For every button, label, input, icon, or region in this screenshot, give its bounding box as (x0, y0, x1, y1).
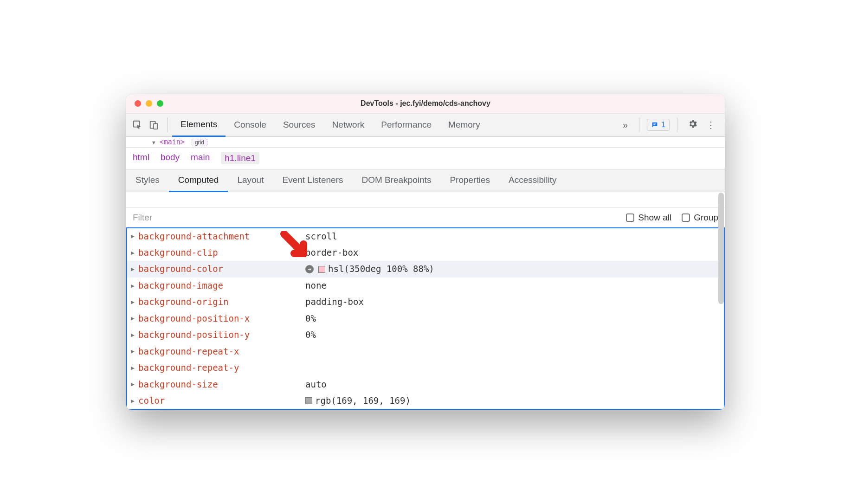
tab-elements[interactable]: Elements (172, 114, 226, 137)
toolbar-right: » 1 ⋮ (619, 116, 722, 134)
property-value: scroll (305, 230, 337, 243)
subtab-styles[interactable]: Styles (126, 169, 169, 192)
property-value-text: border-box (305, 246, 358, 259)
dom-tree-peek[interactable]: ▼ <main> grid (126, 137, 725, 148)
property-value-text: 0% (305, 328, 316, 342)
tab-sources[interactable]: Sources (275, 114, 324, 136)
property-value-text: none (305, 279, 327, 292)
tab-memory[interactable]: Memory (440, 114, 489, 136)
property-value-text: rgb(169, 169, 169) (315, 394, 411, 407)
disclosure-triangle-icon[interactable]: ▶ (131, 363, 138, 373)
minimize-window-button[interactable] (146, 100, 152, 107)
show-all-checkbox[interactable]: Show all (626, 213, 671, 223)
computed-property-row[interactable]: ▶background-sizeauto (127, 376, 724, 393)
property-value: none (305, 279, 327, 292)
subtab-accessibility[interactable]: Accessibility (499, 169, 566, 192)
property-name: color (138, 394, 305, 407)
tab-performance[interactable]: Performance (373, 114, 440, 136)
computed-property-row[interactable]: ▶background-repeat-x (127, 343, 724, 360)
computed-property-row[interactable]: ▶background-attachmentscroll (127, 228, 724, 245)
property-value-text: auto (305, 378, 327, 391)
computed-property-row[interactable]: ▶background-repeat-y (127, 360, 724, 376)
sidebar-tabs: Styles Computed Layout Event Listeners D… (126, 169, 725, 192)
property-value: 0% (305, 328, 316, 342)
tab-console[interactable]: Console (226, 114, 275, 136)
breadcrumb-item[interactable]: html (133, 152, 149, 164)
tab-network[interactable]: Network (324, 114, 373, 136)
group-label: Group (694, 213, 718, 223)
toolbar-divider (639, 117, 639, 132)
inspect-element-icon[interactable] (129, 116, 146, 133)
subtab-event-listeners[interactable]: Event Listeners (273, 169, 352, 192)
computed-property-row[interactable]: ▶background-imagenone (127, 278, 724, 294)
traffic-lights (126, 100, 163, 107)
disclosure-triangle-icon[interactable]: ▶ (131, 380, 138, 389)
checkbox-icon (682, 213, 690, 222)
disclosure-triangle-icon[interactable]: ▶ (131, 232, 138, 241)
svg-rect-3 (653, 123, 656, 124)
issues-icon (651, 121, 658, 129)
svg-rect-4 (653, 124, 655, 125)
more-tabs-icon[interactable]: » (619, 120, 632, 130)
panel-tabs: Elements Console Sources Network Perform… (172, 114, 489, 136)
filter-input[interactable]: Filter (133, 213, 152, 223)
toolbar-divider (167, 117, 168, 132)
subtab-dom-breakpoints[interactable]: DOM Breakpoints (352, 169, 440, 192)
property-value-text: hsl(350deg 100% 88%) (328, 262, 434, 276)
subtab-layout[interactable]: Layout (228, 169, 273, 192)
computed-property-row[interactable]: ▶background-clipborder-box (127, 245, 724, 261)
subtab-properties[interactable]: Properties (440, 169, 499, 192)
computed-property-row[interactable]: ▶colorrgb(169, 169, 169) (127, 393, 724, 409)
disclosure-triangle-icon[interactable]: ▶ (131, 281, 138, 291)
property-name: background-origin (138, 295, 305, 309)
disclosure-triangle-icon[interactable]: ▶ (131, 248, 138, 258)
disclosure-triangle-icon[interactable]: ▶ (131, 330, 138, 340)
show-all-label: Show all (638, 213, 671, 223)
filter-bar: Filter Show all Group (126, 208, 725, 228)
disclosure-triangle-icon[interactable]: ▼ (152, 140, 155, 146)
breadcrumb-item[interactable]: h1.line1 (221, 152, 259, 164)
property-name: background-repeat-y (138, 361, 305, 375)
disclosure-triangle-icon[interactable]: ▶ (131, 347, 138, 356)
goto-source-icon[interactable]: ➔ (305, 265, 314, 273)
property-value-text: padding-box (305, 295, 364, 309)
kebab-menu-icon[interactable]: ⋮ (703, 116, 718, 133)
issues-count: 1 (661, 121, 665, 129)
color-swatch[interactable] (318, 266, 325, 273)
computed-property-row[interactable]: ▶background-originpadding-box (127, 294, 724, 310)
property-value: auto (305, 378, 327, 391)
annotation-arrow-icon (280, 231, 308, 261)
checkbox-icon (626, 213, 634, 222)
property-name: background-size (138, 378, 305, 391)
property-name: background-color (138, 262, 305, 276)
property-value: rgb(169, 169, 169) (305, 394, 411, 407)
computed-property-row[interactable]: ▶background-position-x0% (127, 310, 724, 327)
disclosure-triangle-icon[interactable]: ▶ (131, 297, 138, 307)
subtab-computed[interactable]: Computed (169, 169, 228, 192)
property-name: background-position-x (138, 312, 305, 325)
property-value: 0% (305, 312, 316, 325)
property-name: background-image (138, 279, 305, 292)
grid-badge[interactable]: grid (192, 139, 207, 146)
disclosure-triangle-icon[interactable]: ▶ (131, 265, 138, 274)
property-value-text: 0% (305, 312, 316, 325)
computed-property-row[interactable]: ▶background-position-y0% (127, 327, 724, 343)
breadcrumb-item[interactable]: body (161, 152, 180, 164)
property-value: padding-box (305, 295, 364, 309)
window-title: DevTools - jec.fyi/demo/cds-anchovy (126, 99, 725, 108)
property-name: background-repeat-x (138, 345, 305, 358)
close-window-button[interactable] (135, 100, 141, 107)
disclosure-triangle-icon[interactable]: ▶ (131, 314, 138, 323)
zoom-window-button[interactable] (157, 100, 163, 107)
main-toolbar: Elements Console Sources Network Perform… (126, 114, 725, 137)
device-toolbar-icon[interactable] (146, 116, 162, 133)
group-checkbox[interactable]: Group (682, 213, 718, 223)
disclosure-triangle-icon[interactable]: ▶ (131, 396, 138, 406)
computed-property-row[interactable]: ▶background-color➔hsl(350deg 100% 88%) (127, 261, 724, 277)
settings-icon[interactable] (685, 116, 701, 134)
breadcrumb-item[interactable]: main (191, 152, 210, 164)
issues-badge[interactable]: 1 (647, 119, 670, 131)
spacer (126, 192, 725, 208)
scrollbar-thumb[interactable] (718, 193, 724, 304)
color-swatch[interactable] (305, 397, 312, 404)
